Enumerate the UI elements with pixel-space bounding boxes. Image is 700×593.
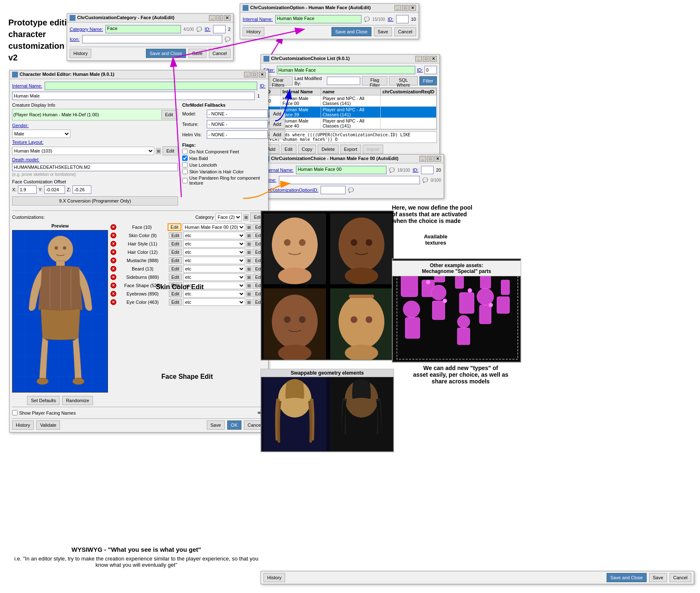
texture-layout-edit-btn[interactable]: Edit [163, 146, 178, 155]
add-model-btn[interactable]: Add [269, 109, 285, 118]
cme-ok-btn[interactable]: OK [227, 420, 241, 430]
haircolor-list-icon[interactable]: ⊞ [246, 249, 251, 255]
table-row[interactable]: 20 Human Male Face 00 Player and NPC - A… [264, 95, 437, 107]
texture-layout-icon[interactable]: ⊞ [156, 148, 161, 154]
ccc-minimize[interactable]: _ [209, 15, 216, 21]
remove-eyecolor-btn[interactable]: ✕ [110, 299, 116, 305]
icon-input[interactable] [82, 35, 222, 43]
sql-where-btn[interactable]: SQL Where [389, 76, 417, 85]
flag4-cb[interactable] [182, 169, 188, 174]
cme-name-input[interactable] [45, 82, 257, 90]
cccl-maximize[interactable]: □ [423, 56, 429, 62]
haircolor-edit-btn[interactable]: Edit [169, 249, 182, 255]
cco-save-btn[interactable]: Save [374, 27, 392, 36]
set-defaults-btn[interactable]: Set Defaults [27, 396, 60, 405]
cccl-edit-btn[interactable]: Edit [281, 145, 296, 154]
skin-edit-btn[interactable]: Edit [169, 232, 182, 239]
cco-cancel-btn[interactable]: Cancel [394, 27, 416, 36]
eyebrows-list-icon[interactable]: ⊞ [246, 291, 251, 297]
cco-history-btn[interactable]: History [243, 27, 264, 36]
hairstyle-edit-btn[interactable]: Edit [169, 240, 182, 247]
beard-edit-btn[interactable]: Edit [169, 265, 182, 272]
beard-dropdown[interactable]: etc [183, 265, 245, 273]
ccce-minimize[interactable]: _ [419, 156, 426, 162]
haircolor-dropdown[interactable]: etc [183, 248, 245, 256]
mustache-list-icon[interactable]: ⊞ [246, 258, 251, 264]
cccl-close-x[interactable]: ✕ [430, 56, 437, 62]
remove-face-btn[interactable]: ✕ [110, 224, 116, 230]
ccc-close[interactable]: ✕ [224, 15, 231, 21]
filter-btn[interactable]: Filter [419, 76, 437, 85]
cccl-id-input[interactable] [424, 66, 437, 74]
creature-edit-btn[interactable]: Edit [161, 110, 177, 119]
bottom-history-btn[interactable]: History [263, 573, 285, 582]
show-player-facing-cb[interactable] [12, 410, 18, 415]
bottom-cancel-btn[interactable]: Cancel [670, 573, 691, 582]
mustache-dropdown[interactable]: etc [183, 257, 245, 264]
ccc-history-btn[interactable]: History [70, 49, 91, 58]
sideburns-dropdown[interactable]: etc [183, 273, 245, 281]
sideburns-list-icon[interactable]: ⊞ [246, 274, 251, 280]
add-texture-btn[interactable]: Add [269, 120, 285, 129]
sideburns-edit-btn[interactable]: Edit [169, 274, 182, 280]
flag2-cb[interactable] [182, 155, 188, 161]
remove-haircolor-btn[interactable]: ✕ [110, 249, 116, 255]
face-dropdown[interactable]: Human Male Face 00 (20) [183, 223, 245, 231]
cccl-delete-btn[interactable]: Delete [318, 145, 339, 154]
cme-save-btn[interactable]: Save [207, 420, 225, 430]
eyebrows-dropdown[interactable]: etc [183, 290, 245, 298]
skin-list-icon[interactable]: ⊞ [246, 233, 251, 239]
hairstyle-list-icon[interactable]: ⊞ [246, 241, 251, 247]
remove-sideburns-btn[interactable]: ✕ [110, 274, 116, 280]
cco-maximize[interactable]: □ [402, 5, 409, 11]
cco-id-input[interactable] [396, 15, 409, 23]
death-model-input[interactable] [12, 163, 178, 171]
hairstyle-dropdown[interactable]: etc [183, 240, 245, 248]
mustache-edit-btn[interactable]: Edit [169, 257, 182, 264]
remove-beard-btn[interactable]: ✕ [110, 266, 116, 272]
beard-list-icon[interactable]: ⊞ [246, 266, 251, 272]
flag1-cb[interactable] [182, 149, 188, 154]
cme-minimize[interactable]: _ [244, 72, 251, 78]
table-row[interactable]: 15431 Human Male Face 39 Player and NPC … [264, 107, 437, 118]
last-modified-input[interactable] [327, 77, 360, 85]
cco-save-close-btn[interactable]: Save and Close [331, 27, 371, 36]
ccc-cancel-btn[interactable]: Cancel [209, 49, 231, 58]
remove-faceshape-btn[interactable]: ✕ [110, 283, 116, 288]
ccce-option-input[interactable] [321, 186, 346, 194]
ccce-close[interactable]: ✕ [434, 156, 441, 162]
add-helm-btn[interactable]: Add [269, 130, 285, 139]
helm-vis-input[interactable] [207, 130, 268, 139]
y-input[interactable] [44, 185, 65, 194]
gender-select[interactable]: Male [12, 130, 70, 138]
flag-filter-btn[interactable]: Flag Filter [362, 76, 387, 85]
remove-skin-btn[interactable]: ✕ [110, 233, 116, 238]
cco-close[interactable]: ✕ [409, 5, 416, 11]
z-input[interactable] [73, 185, 91, 194]
table-row[interactable]: 15432 Human Male Face 40 Player and NPC … [264, 118, 437, 129]
cccl-import-btn[interactable]: Import [363, 145, 383, 154]
cme-close[interactable]: ✕ [259, 72, 266, 78]
cccl-export-btn[interactable]: Export [340, 145, 361, 154]
ccc-maximize[interactable]: □ [216, 15, 223, 21]
cme-validate-btn[interactable]: Validate [36, 420, 60, 430]
conversion-btn[interactable]: 9.X Conversion (Programmer Only) [12, 196, 178, 205]
cme-history-btn[interactable]: History [12, 420, 34, 430]
eyecolor-list-icon[interactable]: ⊞ [246, 299, 251, 305]
cust-category-select[interactable]: Face (2) [216, 213, 242, 221]
cme-name-value-input[interactable] [12, 92, 255, 100]
remove-mustache-btn[interactable]: ✕ [110, 258, 116, 263]
remove-eyebrows-btn[interactable]: ✕ [110, 291, 116, 297]
randomize-btn[interactable]: Randomize [62, 396, 93, 405]
cccl-copy-btn[interactable]: Copy [298, 145, 316, 154]
ccce-id-input[interactable] [421, 166, 434, 174]
cco-minimize[interactable]: _ [394, 5, 401, 11]
x-input[interactable] [18, 185, 37, 194]
model-input[interactable] [207, 110, 268, 118]
eyebrows-edit-btn[interactable]: Edit [169, 290, 182, 297]
face-list-icon[interactable]: ⊞ [246, 224, 251, 230]
ccce-name2-input[interactable] [279, 176, 420, 184]
texture-layout-select[interactable]: Human Male (103) [12, 147, 154, 155]
face-edit-btn[interactable]: Edit [168, 223, 181, 231]
ccc-save-close-btn[interactable]: Save and Close [146, 49, 186, 58]
